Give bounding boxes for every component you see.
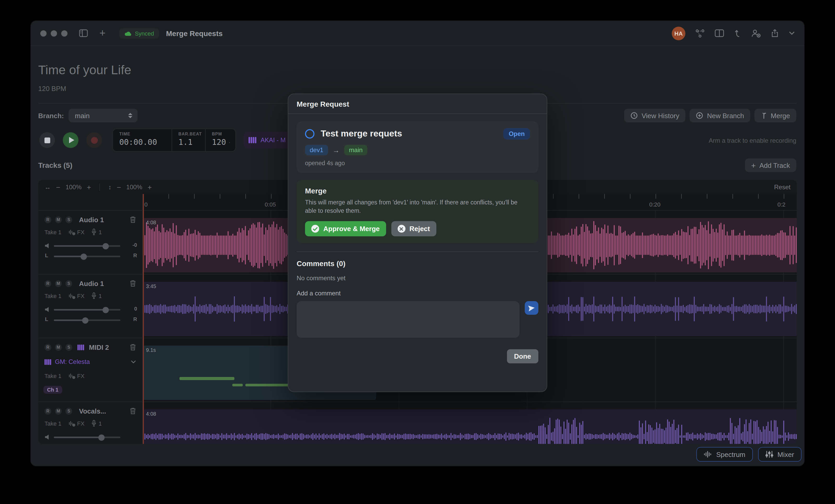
instrument-select[interactable]: GM: Celesta bbox=[55, 358, 90, 365]
bpm-value[interactable]: 120 bbox=[212, 138, 226, 147]
add-track-button[interactable]: + Add Track bbox=[745, 159, 796, 172]
volume-slider[interactable] bbox=[54, 245, 120, 247]
fx-button[interactable]: FX bbox=[69, 420, 84, 426]
record-arm-button[interactable]: R bbox=[44, 408, 51, 415]
pan-slider[interactable] bbox=[54, 256, 120, 257]
new-branch-button[interactable]: New Branch bbox=[690, 109, 751, 122]
spectrum-button[interactable]: Spectrum bbox=[696, 447, 753, 462]
input-selector[interactable]: 1 bbox=[92, 420, 102, 427]
pan-slider-knob[interactable] bbox=[81, 253, 87, 259]
v-zoom-out-button[interactable]: − bbox=[117, 183, 121, 191]
track-controls: RMS Vocals... Take 1 FX 1 L R bbox=[38, 402, 143, 444]
record-arm-button[interactable]: R bbox=[44, 280, 51, 287]
input-selector[interactable]: 1 bbox=[92, 229, 102, 235]
take-selector[interactable]: Take 1 bbox=[44, 420, 61, 426]
timeline-lane[interactable]: 4:08 bbox=[143, 402, 797, 444]
track-name[interactable]: Audio 1 bbox=[79, 280, 104, 288]
volume-slider[interactable] bbox=[54, 437, 120, 438]
track-name[interactable]: MIDI 2 bbox=[89, 343, 109, 351]
zoom-reset-button[interactable]: Reset bbox=[774, 183, 791, 191]
v-zoom-in-button[interactable]: + bbox=[147, 183, 152, 191]
target-branch-chip: main bbox=[344, 145, 367, 155]
time-label: TIME bbox=[119, 132, 165, 136]
midi-note[interactable] bbox=[232, 384, 243, 386]
mute-button[interactable]: M bbox=[55, 344, 62, 351]
take-selector[interactable]: Take 1 bbox=[44, 293, 61, 299]
window-minimize-button[interactable] bbox=[51, 30, 57, 36]
stop-button[interactable] bbox=[39, 132, 55, 148]
record-arm-button[interactable]: R bbox=[44, 216, 51, 223]
window-zoom-button[interactable] bbox=[61, 30, 67, 36]
delete-track-icon[interactable] bbox=[130, 216, 136, 223]
window-close-button[interactable] bbox=[40, 30, 46, 36]
record-arm-button[interactable]: R bbox=[44, 344, 51, 351]
fx-button[interactable]: FX bbox=[69, 293, 84, 299]
clip-duration-label: 4:08 bbox=[146, 219, 156, 225]
mute-button[interactable]: M bbox=[55, 408, 62, 415]
branch-select[interactable]: main bbox=[68, 109, 138, 122]
volume-slider-knob[interactable] bbox=[103, 243, 109, 249]
transport-display: TIME 00:00.00 BAR.BEAT 1.1 BPM 120 bbox=[113, 129, 236, 152]
piano-icon bbox=[44, 359, 51, 365]
share-icon[interactable] bbox=[771, 29, 779, 38]
mute-button[interactable]: M bbox=[55, 216, 62, 223]
solo-button[interactable]: S bbox=[65, 408, 72, 415]
midi-note[interactable] bbox=[180, 377, 235, 380]
divider bbox=[297, 251, 538, 252]
sidebar-toggle-icon[interactable] bbox=[79, 29, 88, 37]
delete-track-icon[interactable] bbox=[130, 407, 136, 415]
mute-button[interactable]: M bbox=[55, 280, 62, 287]
approve-merge-button[interactable]: Approve & Merge bbox=[305, 221, 386, 236]
status-badge: Open bbox=[504, 128, 530, 140]
reject-button[interactable]: Reject bbox=[391, 221, 436, 236]
done-button[interactable]: Done bbox=[507, 349, 538, 363]
comments-empty-state: No comments yet bbox=[297, 274, 538, 282]
track-controls: RMS Audio 1 Take 1 FX 1 0 L R bbox=[38, 274, 143, 338]
mixer-button[interactable]: Mixer bbox=[758, 447, 801, 462]
track-name[interactable]: Vocals... bbox=[79, 407, 106, 415]
new-tab-icon[interactable]: + bbox=[99, 27, 105, 39]
automation-cursor-icon[interactable] bbox=[734, 29, 741, 37]
bpm-edit-icon[interactable] bbox=[226, 140, 230, 143]
speaker-icon bbox=[45, 435, 50, 440]
delete-track-icon[interactable] bbox=[130, 280, 136, 287]
delete-track-icon[interactable] bbox=[130, 343, 136, 351]
comment-input[interactable] bbox=[297, 301, 520, 338]
check-circle-icon bbox=[311, 225, 319, 233]
volume-slider[interactable] bbox=[54, 309, 120, 311]
bpm-label: BPM bbox=[212, 132, 229, 136]
audio-clip[interactable]: 4:08 bbox=[143, 410, 797, 444]
solo-button[interactable]: S bbox=[65, 216, 72, 223]
h-zoom-in-button[interactable]: + bbox=[87, 183, 91, 191]
split-view-icon[interactable] bbox=[715, 29, 724, 37]
piano-icon bbox=[77, 344, 84, 350]
play-button[interactable] bbox=[63, 132, 79, 148]
version-graph-icon[interactable] bbox=[695, 29, 705, 37]
input-selector[interactable]: 1 bbox=[92, 292, 102, 299]
h-zoom-out-button[interactable]: − bbox=[56, 183, 60, 191]
solo-button[interactable]: S bbox=[65, 344, 72, 351]
chevron-down-icon[interactable] bbox=[131, 360, 136, 363]
ruler-time-label: 0:20 bbox=[649, 201, 660, 208]
playhead[interactable] bbox=[143, 194, 144, 444]
chevron-down-icon[interactable] bbox=[789, 31, 795, 35]
fx-button[interactable]: FX bbox=[69, 373, 84, 379]
volume-slider-knob[interactable] bbox=[103, 307, 109, 313]
avatar[interactable]: HA bbox=[672, 26, 685, 40]
take-selector[interactable]: Take 1 bbox=[44, 229, 61, 235]
fx-button[interactable]: FX bbox=[69, 229, 84, 235]
send-comment-button[interactable] bbox=[525, 301, 538, 315]
volume-slider-knob[interactable] bbox=[99, 434, 105, 440]
branch-selected-value: main bbox=[75, 112, 89, 120]
track-name[interactable]: Audio 1 bbox=[79, 216, 104, 224]
clip-duration-label: 9.1s bbox=[146, 347, 156, 353]
solo-button[interactable]: S bbox=[65, 280, 72, 287]
view-history-button[interactable]: View History bbox=[625, 109, 686, 122]
add-user-icon[interactable] bbox=[751, 29, 761, 37]
merge-button[interactable]: Merge bbox=[754, 109, 796, 122]
pan-slider-knob[interactable] bbox=[82, 317, 88, 323]
take-selector[interactable]: Take 1 bbox=[44, 373, 61, 379]
midi-channel-badge[interactable]: Ch 1 bbox=[43, 386, 62, 394]
pan-slider[interactable] bbox=[54, 319, 120, 321]
record-button[interactable] bbox=[86, 132, 102, 148]
